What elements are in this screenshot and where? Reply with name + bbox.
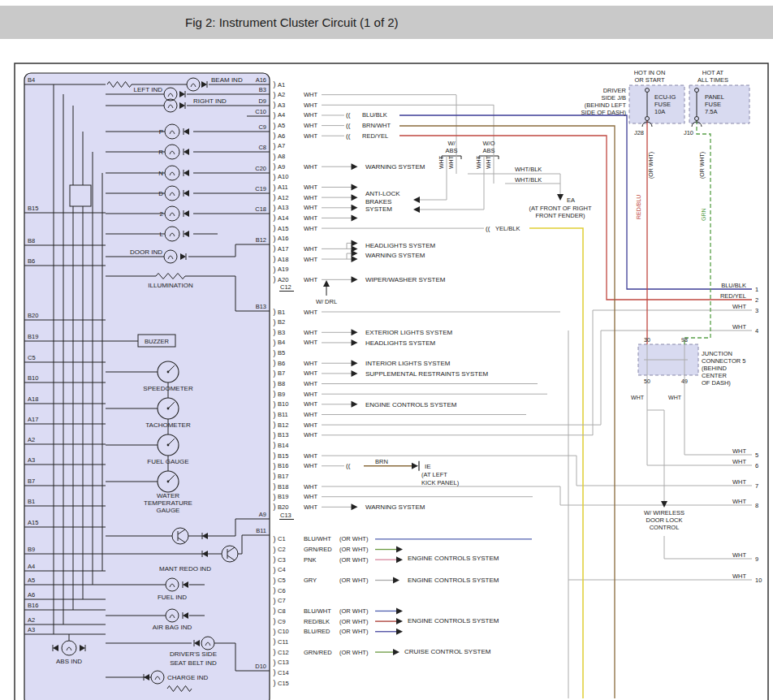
pin-bracket: ) bbox=[274, 214, 276, 222]
diagram-label: CRUISE CONTROL SYSTEM bbox=[404, 648, 491, 655]
pin-id: B20 bbox=[278, 503, 288, 511]
pin-id: A15 bbox=[278, 225, 288, 232]
system-arrow-icon bbox=[393, 577, 399, 584]
wire-color-label: WHT bbox=[304, 400, 317, 408]
pin-bracket: ) bbox=[274, 668, 276, 676]
wire-color-label: RED/YEL bbox=[362, 132, 388, 140]
diagram-label: SIDE J/B bbox=[602, 94, 626, 102]
wire-line bbox=[684, 120, 710, 344]
pin-id: B14 bbox=[278, 442, 288, 449]
pin-bracket: ) bbox=[274, 597, 276, 605]
diagram-label: OF DASH) bbox=[702, 379, 731, 387]
diagram-label: 10A bbox=[654, 108, 665, 115]
diagram-label: ABS bbox=[482, 147, 494, 154]
system-arrow-icon bbox=[352, 276, 358, 283]
pin-bracket: ) bbox=[274, 679, 276, 687]
gauge-icon bbox=[167, 408, 170, 410]
wire-line bbox=[684, 375, 752, 455]
pin-bracket: ) bbox=[274, 359, 276, 367]
cluster-pin-label: A18 bbox=[28, 395, 38, 403]
cluster-pin-label: B12 bbox=[256, 236, 266, 244]
cluster-pin-label: C10 bbox=[255, 108, 266, 115]
pin-id: C2 bbox=[278, 546, 286, 553]
wire-color-label: WHT bbox=[304, 132, 317, 140]
diagram-label: RED/BLU bbox=[636, 195, 641, 219]
pin-id: C9 bbox=[278, 618, 286, 625]
wire-color-label: BLU/BLK bbox=[362, 111, 387, 119]
pin-bracket: ) bbox=[274, 80, 276, 89]
pin-id: B10 bbox=[278, 400, 288, 408]
wire-color-label: BRN/WHT bbox=[362, 122, 391, 129]
diagram-label: WARNING SYSTEM bbox=[365, 503, 425, 511]
cluster-pin-label: A2 bbox=[28, 616, 35, 624]
system-arrow-icon bbox=[352, 360, 358, 366]
relay-box bbox=[70, 185, 91, 206]
wire-color-label: WHT bbox=[304, 184, 317, 191]
cluster-pin-label: B3 bbox=[259, 86, 266, 93]
system-arrow-icon bbox=[396, 607, 403, 614]
cluster-pin-label: B11 bbox=[256, 527, 266, 534]
diagram-label: WHT/BLK bbox=[515, 166, 542, 173]
edge-wire-label: BLU/BLK bbox=[721, 282, 746, 289]
pin-id: B13 bbox=[278, 431, 288, 439]
diagram-label: WHT bbox=[631, 395, 645, 400]
pin-id: C4 bbox=[278, 566, 286, 573]
diagram-label: L bbox=[160, 231, 164, 238]
diagram-label: (OR WHT) bbox=[648, 152, 654, 179]
inline-connector-icon: (( bbox=[346, 122, 351, 129]
diagram-label: GRN bbox=[701, 208, 706, 221]
diagram-label: 98 bbox=[681, 337, 688, 343]
pin-bracket: ) bbox=[274, 411, 276, 419]
pin-id: B12 bbox=[278, 421, 288, 429]
diagram-label: WHT bbox=[448, 155, 454, 169]
diagram-label: ECU-IG bbox=[654, 93, 676, 101]
pin-id: A11 bbox=[278, 184, 288, 191]
pin-id: C10 bbox=[278, 628, 289, 635]
wire-line bbox=[560, 486, 752, 505]
wire-color-label: WHT bbox=[304, 452, 317, 460]
pin-id: C14 bbox=[278, 669, 289, 676]
diagram-label: BEAM IND bbox=[211, 76, 243, 84]
diagram-label: WATER bbox=[157, 492, 179, 499]
pin-id: A16 bbox=[278, 235, 288, 242]
system-arrow-icon bbox=[396, 547, 403, 553]
connector-id-label: C13 bbox=[280, 512, 291, 519]
wire-color-label: WHT bbox=[304, 163, 317, 171]
diagram-label: DRIVER'S SIDE bbox=[170, 650, 217, 658]
diagram-label: EA bbox=[567, 197, 575, 204]
pin-bracket: ) bbox=[274, 339, 276, 347]
system-arrow-icon bbox=[352, 163, 358, 170]
pin-bracket: ) bbox=[274, 122, 276, 130]
diagram-label: BRAKES bbox=[365, 198, 391, 205]
diagram-label: J28 bbox=[634, 129, 644, 136]
wire-color-label: WHT bbox=[304, 503, 317, 511]
cluster-pin-label: C9 bbox=[258, 123, 266, 131]
arrow-icon bbox=[661, 501, 667, 508]
cluster-pin-label: D10 bbox=[255, 663, 266, 670]
pin-id: A5 bbox=[278, 122, 285, 129]
diagram-label: WARNING SYSTEM bbox=[365, 252, 425, 259]
diagram-label: HOT AT bbox=[702, 69, 724, 76]
wire-color-label: WHT bbox=[304, 122, 317, 129]
arrow-icon bbox=[413, 197, 420, 203]
wire-alt-color-label: (OR WHT) bbox=[339, 556, 369, 564]
cluster-pin-label: A6 bbox=[28, 591, 35, 598]
diagram-label: IE bbox=[425, 463, 431, 470]
pin-bracket: ) bbox=[274, 224, 276, 232]
wire-color-label: WHT bbox=[304, 102, 317, 109]
diagram-label: 30 bbox=[644, 337, 650, 343]
cluster-pin-label: B1 bbox=[28, 498, 35, 505]
cluster-pin-label: B6 bbox=[28, 257, 35, 265]
pin-id: B5 bbox=[278, 349, 285, 356]
diagram-label: W/ WIRELESS bbox=[644, 509, 684, 516]
diagram-label: SIDE OF DASH) bbox=[581, 109, 627, 116]
diagram-label: WHT bbox=[668, 395, 682, 400]
cluster-pin-label: D9 bbox=[258, 97, 266, 105]
pin-bracket: ) bbox=[274, 452, 276, 460]
diagram-label: ALL TIMES bbox=[697, 76, 728, 84]
wire-color-label: WHT bbox=[304, 194, 317, 201]
edge-number: 9 bbox=[755, 555, 758, 563]
cluster-pin-label: A15 bbox=[28, 519, 38, 526]
diagram-label: RIGHT IND bbox=[193, 97, 227, 105]
pin-bracket: ) bbox=[274, 142, 276, 150]
